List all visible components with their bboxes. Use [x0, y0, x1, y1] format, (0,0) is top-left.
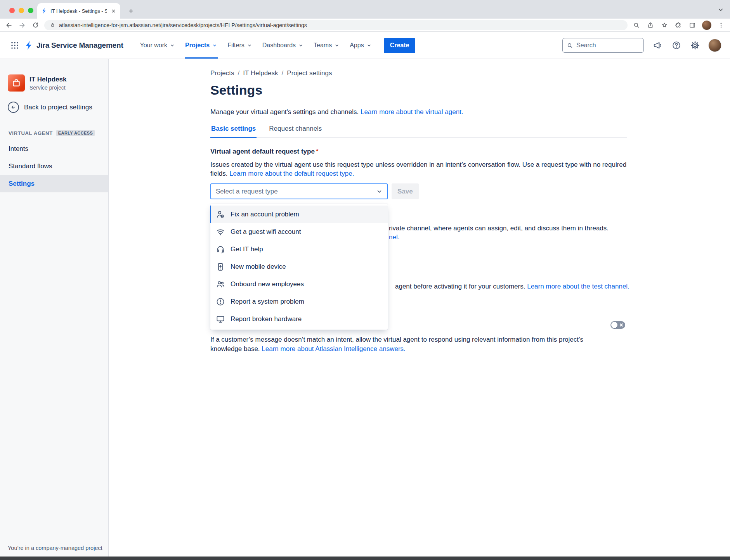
app-header: Jira Service Management Your work Projec… — [0, 32, 730, 59]
test-channel-learn-more-link[interactable]: Learn more about the test channel. — [527, 283, 629, 290]
people-icon — [216, 280, 225, 289]
search-input[interactable] — [576, 42, 657, 49]
option-get-a-guest-wifi-account[interactable]: Get a guest wifi account — [210, 223, 388, 240]
project-sidebar: IT Helpdesk Service project Back to proj… — [0, 59, 109, 557]
page-title: Settings — [210, 82, 262, 98]
project-avatar — [8, 74, 25, 92]
jira-logo-icon — [24, 40, 34, 50]
window-close-button[interactable] — [9, 8, 15, 13]
header-actions — [652, 39, 721, 52]
browser-toolbar-icons — [632, 21, 725, 30]
breadcrumb-it-helpdesk[interactable]: IT Helpdesk — [243, 69, 278, 77]
create-button[interactable]: Create — [384, 38, 416, 53]
intro-text: Manage your virtual agent's settings and… — [210, 108, 359, 116]
breadcrumb-separator: / — [238, 69, 239, 77]
extensions-icon[interactable] — [674, 21, 683, 29]
bookmark-star-icon[interactable] — [660, 21, 669, 29]
request-type-select[interactable]: Select a request type — [210, 183, 388, 199]
chevron-down-icon — [376, 188, 383, 195]
megaphone-icon[interactable] — [652, 40, 663, 51]
mobile-add-icon — [216, 262, 225, 271]
toggle-knob — [611, 322, 617, 328]
side-panel-icon[interactable] — [688, 21, 697, 29]
person-alert-icon — [216, 210, 225, 219]
macos-window-controls — [9, 8, 33, 13]
error-icon — [216, 297, 225, 306]
window-bottom-edge — [0, 557, 730, 560]
option-onboard-new-employees[interactable]: Onboard new employees — [210, 275, 388, 293]
agent-channel-link-fragment[interactable]: nel. — [389, 233, 399, 242]
jira-logo[interactable]: Jira Service Management — [24, 40, 123, 50]
nav-your-work[interactable]: Your work — [135, 32, 180, 59]
answers-toggle[interactable] — [610, 321, 625, 329]
option-report-a-system-problem[interactable]: Report a system problem — [210, 293, 388, 310]
default-request-type-heading: Virtual agent default request type* — [210, 148, 319, 156]
arrow-left-circle-icon — [8, 102, 19, 113]
nav-filters[interactable]: Filters — [222, 32, 257, 59]
intro-paragraph: Manage your virtual agent's settings and… — [210, 108, 463, 116]
monitor-icon — [216, 315, 225, 324]
global-search[interactable] — [562, 38, 644, 53]
tab-request-channels[interactable]: Request channels — [268, 125, 323, 137]
request-type-dropdown: Fix an account problem Get a guest wifi … — [210, 204, 388, 330]
site-info-icon[interactable] — [50, 22, 55, 28]
browser-window: IT Helpdesk - Settings - Servic atlassia… — [0, 0, 730, 560]
nav-dashboards[interactable]: Dashboards — [257, 32, 309, 59]
app-switcher-icon[interactable] — [9, 39, 21, 52]
search-icon — [567, 42, 573, 49]
breadcrumb-projects[interactable]: Projects — [210, 69, 234, 77]
sidebar-item-settings[interactable]: Settings — [0, 175, 108, 192]
settings-gear-icon[interactable] — [690, 40, 701, 51]
help-icon[interactable] — [671, 40, 682, 51]
chevron-down-icon — [212, 43, 217, 48]
default-request-type-learn-more-link[interactable]: Learn more about the default request typ… — [229, 170, 354, 177]
section-label: VIRTUAL AGENT — [9, 130, 53, 136]
browser-tab[interactable]: IT Helpdesk - Settings - Servic — [37, 3, 120, 19]
browser-menu-icon[interactable] — [717, 21, 725, 29]
save-button[interactable]: Save — [392, 183, 419, 199]
new-tab-button[interactable] — [125, 5, 137, 17]
nav-apps[interactable]: Apps — [345, 32, 376, 59]
nav-projects[interactable]: Projects — [180, 32, 222, 59]
tab-close-icon[interactable] — [110, 8, 116, 14]
chevron-down-icon — [334, 43, 340, 48]
option-fix-an-account-problem[interactable]: Fix an account problem — [210, 206, 388, 223]
chevron-down-icon — [298, 43, 303, 48]
option-get-it-help[interactable]: Get IT help — [210, 240, 388, 258]
virtual-agent-learn-more-link[interactable]: Learn more about the virtual agent. — [361, 108, 463, 116]
nav-teams[interactable]: Teams — [309, 32, 345, 59]
request-type-select-row: Select a request type Save — [210, 183, 419, 199]
chevron-down-icon — [170, 43, 175, 48]
tab-title: IT Helpdesk - Settings - Servic — [50, 8, 107, 14]
user-avatar[interactable] — [708, 39, 721, 52]
virtual-agent-section-header: VIRTUAL AGENT EARLY ACCESS — [8, 130, 101, 136]
browser-urlbar: atlassian-intelligence-for-jsm.atlassian… — [0, 19, 730, 32]
chevron-down-icon — [247, 43, 252, 48]
tab-list-chevron-icon[interactable] — [717, 6, 725, 14]
sidebar-item-standard-flows[interactable]: Standard flows — [0, 157, 108, 175]
tab-basic-settings[interactable]: Basic settings — [210, 125, 257, 138]
share-icon[interactable] — [646, 21, 655, 29]
window-minimize-button[interactable] — [19, 8, 24, 13]
address-bar[interactable]: atlassian-intelligence-for-jsm.atlassian… — [44, 20, 628, 30]
settings-tabs: Basic settings Request channels — [210, 125, 627, 138]
toggle-off-icon — [619, 323, 623, 327]
atlassian-intelligence-answers-link[interactable]: Learn more about Atlassian Intelligence … — [262, 345, 405, 353]
option-new-mobile-device[interactable]: New mobile device — [210, 258, 388, 275]
back-label: Back to project settings — [24, 104, 92, 111]
breadcrumb-project-settings[interactable]: Project settings — [287, 69, 332, 77]
project-name: IT Helpdesk — [29, 76, 66, 83]
sidebar-item-intents[interactable]: Intents — [0, 140, 108, 157]
default-request-type-description: Issues created by the virtual agent use … — [210, 160, 629, 178]
back-icon[interactable] — [5, 21, 13, 29]
reload-icon[interactable] — [31, 21, 40, 29]
zoom-icon[interactable] — [632, 21, 641, 29]
window-zoom-button[interactable] — [28, 8, 33, 13]
answers-paragraph: If a customer’s message doesn’t match an… — [210, 335, 616, 354]
jira-favicon — [41, 8, 47, 14]
browser-profile-avatar[interactable] — [702, 21, 711, 30]
option-report-broken-hardware[interactable]: Report broken hardware — [210, 310, 388, 328]
primary-nav: Your work Projects Filters Dashboards Te… — [135, 32, 377, 59]
back-to-project-settings[interactable]: Back to project settings — [8, 102, 101, 113]
forward-icon[interactable] — [18, 21, 26, 29]
